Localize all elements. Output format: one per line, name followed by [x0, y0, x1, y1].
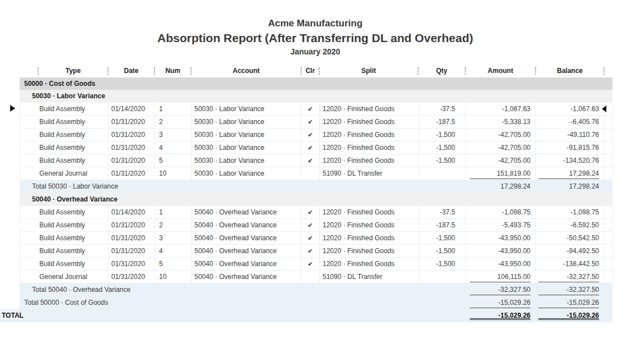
cell-balance[interactable]: -138,442.50 [538, 258, 599, 270]
cell-amount[interactable]: 151,819.00 [470, 167, 530, 179]
cell-num[interactable]: 2 [159, 116, 190, 128]
cell-split[interactable]: 12020 · Finished Goods [323, 258, 417, 270]
cell-account[interactable]: 50030 · Labor Variance [194, 116, 299, 128]
cell-split[interactable]: 12020 · Finished Goods [323, 116, 417, 128]
cell-date[interactable]: 01/14/2020 [111, 206, 152, 218]
cleared-check-icon[interactable]: ✔ [301, 129, 319, 141]
cell-qty[interactable]: -1,500 [418, 245, 455, 257]
cell-split[interactable]: 12020 · Finished Goods [323, 154, 417, 167]
cell-num[interactable]: 4 [159, 245, 190, 257]
cell-clr[interactable] [301, 271, 319, 283]
cell-num[interactable]: 3 [159, 129, 190, 141]
cell-amount[interactable]: -32,327.50 [470, 283, 530, 295]
cell-account[interactable]: 50030 · Labor Variance [194, 167, 299, 180]
cell-account[interactable]: 50030 · Labor Variance [194, 103, 299, 115]
subtotal-row[interactable]: Total 50030 · Labor Variance 17,298.24 1… [20, 180, 613, 193]
cleared-check-icon[interactable]: ✔ [301, 141, 319, 154]
cell-qty[interactable]: -1,500 [418, 141, 455, 154]
cell-amount[interactable]: -42,705.00 [470, 129, 530, 141]
cell-type[interactable]: Build Assembly [39, 232, 107, 244]
table-row[interactable]: General Journal 01/31/2020 10 50030 · La… [20, 167, 613, 180]
cell-account[interactable]: 50030 · Labor Variance [194, 129, 299, 141]
cleared-check-icon[interactable]: ✔ [301, 232, 319, 244]
cell-amount[interactable]: -5,493.75 [470, 219, 530, 231]
table-row[interactable]: Build Assembly 01/31/2020 4 50030 · Labo… [20, 141, 613, 154]
cell-amount[interactable]: -1,098.75 [470, 206, 530, 218]
cell-amount[interactable]: -15,029.26 [470, 296, 530, 308]
cell-split[interactable]: 51090 · DL Transfer [323, 271, 417, 283]
cell-date[interactable]: 01/31/2020 [111, 116, 152, 128]
table-row[interactable]: Build Assembly 01/31/2020 5 50030 · Labo… [20, 154, 613, 167]
cell-split[interactable]: 12020 · Finished Goods [323, 232, 417, 244]
cell-qty[interactable]: -1,500 [418, 129, 455, 141]
cell-balance[interactable]: -6,592.50 [538, 219, 599, 231]
cell-amount[interactable]: 106,115.00 [470, 271, 530, 282]
cell-date[interactable]: 01/31/2020 [111, 219, 152, 231]
cleared-check-icon[interactable]: ✔ [301, 219, 319, 231]
cell-qty[interactable]: -1,500 [418, 258, 455, 270]
table-row[interactable]: Build Assembly 01/31/2020 5 50040 · Over… [20, 258, 613, 271]
cell-balance[interactable]: -1,098.75 [538, 206, 599, 218]
cell-amount[interactable]: 17,298.24 [470, 180, 530, 193]
table-row[interactable]: Build Assembly 01/14/2020 1 50030 · Labo… [20, 103, 613, 116]
cleared-check-icon[interactable]: ✔ [301, 154, 319, 167]
cell-num[interactable]: 1 [159, 103, 190, 115]
cell-balance[interactable]: -6,405.76 [538, 116, 599, 128]
cell-num[interactable]: 5 [159, 154, 190, 167]
cell-type[interactable]: General Journal [39, 271, 107, 283]
cell-amount[interactable]: -15,029.26 [470, 309, 530, 320]
table-row[interactable]: Build Assembly 01/31/2020 3 50040 · Over… [20, 232, 613, 245]
cell-balance[interactable]: -15,029.26 [538, 309, 599, 320]
cleared-check-icon[interactable]: ✔ [301, 258, 319, 270]
cell-balance[interactable]: -1,067.63 [538, 103, 599, 115]
cell-split[interactable]: 12020 · Finished Goods [323, 206, 417, 218]
cell-balance[interactable]: -32,327.50 [538, 271, 599, 282]
cleared-check-icon[interactable]: ✔ [301, 245, 319, 257]
cell-type[interactable]: Build Assembly [39, 219, 107, 231]
cell-account[interactable]: 50040 · Overhead Variance [194, 232, 299, 244]
cell-date[interactable]: 01/31/2020 [111, 129, 152, 141]
cell-type[interactable]: Build Assembly [39, 245, 107, 257]
cell-date[interactable]: 01/31/2020 [111, 245, 152, 257]
cell-qty[interactable]: -1,500 [418, 154, 455, 167]
cell-split[interactable]: 51090 · DL Transfer [323, 167, 417, 180]
cleared-check-icon[interactable]: ✔ [301, 206, 319, 218]
cell-amount[interactable]: -43,950.00 [470, 232, 530, 244]
cell-date[interactable]: 01/31/2020 [111, 154, 152, 167]
cell-date[interactable]: 01/14/2020 [111, 103, 152, 115]
cell-date[interactable]: 01/31/2020 [111, 232, 152, 244]
cell-date[interactable]: 01/31/2020 [111, 258, 152, 270]
cell-account[interactable]: 50040 · Overhead Variance [194, 271, 299, 283]
cell-split[interactable]: 12020 · Finished Goods [323, 245, 417, 257]
cell-split[interactable]: 12020 · Finished Goods [323, 103, 417, 115]
cell-num[interactable]: 4 [159, 141, 190, 154]
cleared-check-icon[interactable]: ✔ [301, 103, 319, 115]
column-resize-handle[interactable] [604, 67, 605, 75]
cell-amount[interactable]: -1,067.63 [470, 103, 530, 115]
grand-total-row[interactable]: TOTAL -15,029.26 -15,029.26 [0, 309, 613, 322]
cell-account[interactable]: 50030 · Labor Variance [194, 141, 299, 154]
cell-date[interactable]: 01/31/2020 [111, 167, 152, 180]
cell-amount[interactable]: -5,338.13 [470, 116, 530, 128]
cell-qty[interactable]: -187.5 [418, 219, 455, 231]
subtotal-row[interactable]: Total 50000 · Cost of Goods -15,029.26 -… [20, 296, 613, 309]
cell-balance[interactable]: -134,520.76 [538, 154, 599, 167]
cleared-check-icon[interactable]: ✔ [301, 116, 319, 128]
cell-amount[interactable]: -43,950.00 [470, 258, 530, 270]
cell-type[interactable]: Build Assembly [39, 258, 107, 270]
cell-num[interactable]: 3 [159, 232, 190, 244]
cell-account[interactable]: 50040 · Overhead Variance [194, 219, 299, 231]
cell-amount[interactable]: -43,950.00 [470, 245, 530, 257]
cell-type[interactable]: Build Assembly [39, 103, 107, 115]
cell-type[interactable]: Build Assembly [39, 154, 107, 167]
table-row[interactable]: Build Assembly 01/31/2020 3 50030 · Labo… [20, 129, 613, 141]
cell-clr[interactable] [301, 167, 319, 180]
cell-type[interactable]: Build Assembly [39, 116, 107, 128]
cell-type[interactable]: General Journal [39, 167, 107, 180]
cell-account[interactable]: 50040 · Overhead Variance [194, 206, 299, 218]
table-row[interactable]: Build Assembly 01/14/2020 1 50040 · Over… [20, 206, 613, 219]
cell-balance[interactable]: -49,110.76 [538, 129, 599, 141]
table-row[interactable]: General Journal 01/31/2020 10 50040 · Ov… [20, 271, 613, 283]
table-row[interactable]: Build Assembly 01/31/2020 4 50040 · Over… [20, 245, 613, 258]
cell-date[interactable]: 01/31/2020 [111, 271, 152, 283]
